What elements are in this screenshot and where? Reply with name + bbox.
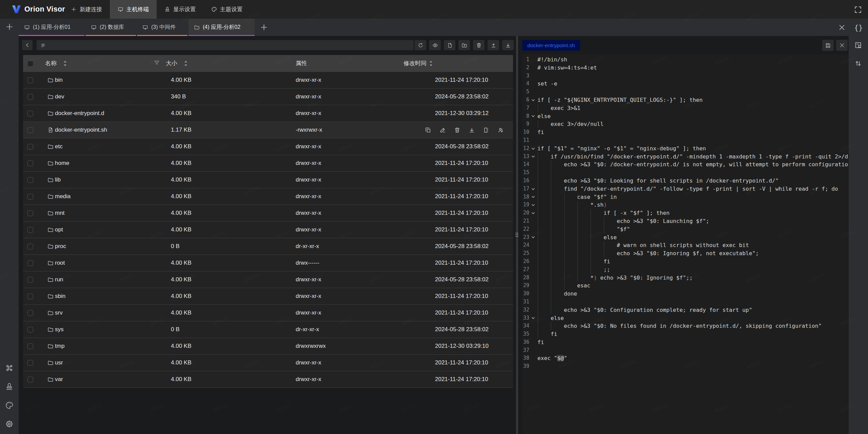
fold-chevron-icon[interactable] — [531, 96, 536, 104]
file-name[interactable]: lib — [55, 172, 61, 188]
file-name[interactable]: docker-entrypoint.sh — [55, 122, 107, 138]
upload-button[interactable] — [488, 40, 499, 50]
file-row-docker-entrypoint.sh[interactable]: docker-entrypoint.sh1.17 KB-rwxrwxr-x — [23, 122, 513, 138]
file-row-dev[interactable]: dev340 Bdrwxr-xr-x2024-05-28 23:58:02 — [23, 89, 513, 105]
select-all-checkbox[interactable] — [28, 61, 33, 66]
row-checkbox[interactable] — [27, 161, 33, 166]
braces-icon[interactable]: {} — [854, 23, 863, 32]
rail-gear-icon[interactable] — [5, 420, 14, 429]
file-name[interactable]: run — [55, 271, 63, 288]
file-name[interactable]: mnt — [55, 205, 64, 221]
file-name[interactable]: dev — [55, 89, 64, 105]
file-row-proc[interactable]: proc0 Bdr-xr-xr-x2024-05-28 23:58:02 — [23, 238, 513, 255]
file-name[interactable]: proc — [55, 238, 66, 254]
fold-chevron-icon[interactable] — [531, 233, 536, 242]
file-row-sys[interactable]: sys0 Bdr-xr-xr-x2024-05-28 23:58:02 — [23, 321, 513, 338]
row-checkbox[interactable] — [27, 227, 33, 233]
menu-item-theme-settings[interactable]: 主题设置 — [203, 0, 250, 19]
file-new-button[interactable] — [444, 40, 455, 50]
fold-chevron-icon[interactable] — [531, 201, 536, 209]
back-button[interactable] — [22, 40, 33, 50]
file-name[interactable]: usr — [55, 355, 63, 371]
row-checkbox[interactable] — [27, 327, 33, 333]
file-name[interactable]: bin — [55, 72, 63, 88]
rail-stamp-icon[interactable] — [5, 382, 14, 391]
terminal-tab-1[interactable]: (1) 应用-分析01 — [19, 19, 84, 36]
save-button[interactable] — [822, 40, 834, 51]
path-input[interactable] — [37, 40, 414, 50]
refresh-button[interactable] — [415, 40, 426, 50]
file-name[interactable]: sbin — [55, 288, 65, 304]
file-name[interactable]: srv — [55, 305, 63, 321]
column-header-2[interactable]: 大小 — [166, 55, 177, 72]
row-action-copy-icon[interactable] — [425, 127, 431, 133]
terminal-tab-3[interactable]: (3) 中间件 — [137, 19, 188, 36]
terminal-tab-4[interactable]: (4) 应用-分析02 — [189, 19, 255, 36]
sort-icon[interactable] — [429, 61, 433, 68]
file-name[interactable]: opt — [55, 222, 63, 238]
row-checkbox[interactable] — [27, 77, 33, 83]
fullscreen-icon[interactable] — [854, 5, 863, 14]
close-all-tabs-icon[interactable] — [838, 23, 846, 32]
column-header-3[interactable]: 属性 — [296, 55, 307, 72]
sort-icon[interactable] — [184, 61, 188, 68]
row-checkbox[interactable] — [27, 210, 33, 216]
row-action-permission-icon[interactable] — [498, 127, 504, 133]
row-checkbox[interactable] — [27, 343, 33, 349]
row-checkbox[interactable] — [27, 127, 33, 133]
file-row-mnt[interactable]: mnt4.00 KBdrwxr-xr-x2021-11-24 17:20:10 — [23, 205, 513, 222]
file-row-var[interactable]: var4.00 KBdrwxr-xr-x2021-11-24 17:20:10 — [23, 371, 513, 388]
file-name[interactable]: media — [55, 188, 71, 205]
add-tab-icon[interactable] — [260, 23, 268, 32]
doc-bookmark-icon[interactable] — [854, 41, 863, 50]
file-row-home[interactable]: home4.00 KBdrwxr-xr-x2021-11-24 17:20:10 — [23, 155, 513, 172]
file-row-root[interactable]: root4.00 KBdrwx------2021-11-24 17:20:10 — [23, 255, 513, 271]
trash-button[interactable] — [473, 40, 485, 50]
file-row-tmp[interactable]: tmp4.00 KBdrwxrwxrwx2021-12-30 03:29:10 — [23, 338, 513, 355]
new-connection-icon[interactable] — [5, 22, 14, 31]
close-editor-button[interactable] — [836, 40, 848, 51]
row-checkbox[interactable] — [27, 360, 33, 366]
fold-chevron-icon[interactable] — [531, 314, 536, 322]
file-row-media[interactable]: media4.00 KBdrwxr-xr-x2021-11-24 17:20:1… — [23, 188, 513, 205]
file-name[interactable]: sys — [55, 321, 64, 338]
row-checkbox[interactable] — [27, 294, 33, 299]
row-action-download-icon[interactable] — [469, 127, 475, 133]
terminal-tab-2[interactable]: (2) 数据库 — [85, 19, 136, 36]
row-checkbox[interactable] — [27, 277, 33, 283]
splitter-handle[interactable] — [516, 233, 518, 240]
file-row-run[interactable]: run4.00 KBdrwxr-xr-x2024-05-28 23:58:02 — [23, 271, 513, 288]
file-name[interactable]: root — [55, 255, 65, 271]
rail-command-icon[interactable] — [5, 364, 14, 373]
fold-chevron-icon[interactable] — [531, 145, 536, 153]
column-header-4[interactable]: 修改时间 — [403, 55, 427, 72]
filter-icon[interactable] — [154, 60, 160, 68]
file-name[interactable]: etc — [55, 138, 63, 155]
menu-item-host-terminal[interactable]: 主机终端 — [110, 0, 157, 19]
file-name[interactable]: docker-entrypoint.d — [55, 105, 104, 121]
file-name[interactable]: tmp — [55, 338, 64, 354]
fold-chevron-icon[interactable] — [531, 185, 536, 193]
sort-icon[interactable] — [63, 61, 67, 68]
file-row-lib[interactable]: lib4.00 KBdrwxr-xr-x2021-11-24 17:20:10 — [23, 172, 513, 188]
row-checkbox[interactable] — [27, 377, 33, 382]
row-checkbox[interactable] — [27, 111, 33, 116]
row-action-move-icon[interactable] — [483, 127, 490, 133]
eye-button[interactable] — [429, 40, 441, 50]
fold-chevron-icon[interactable] — [531, 153, 536, 161]
code-area[interactable]: 1#!/bin/sh2# vim:sw=4:ts=4:et34set -e56i… — [522, 54, 849, 434]
fold-chevron-icon[interactable] — [531, 209, 536, 217]
row-checkbox[interactable] — [27, 177, 33, 183]
download-button[interactable] — [502, 40, 514, 50]
row-action-trash-icon[interactable] — [454, 127, 460, 133]
row-checkbox[interactable] — [27, 144, 33, 150]
row-checkbox[interactable] — [27, 94, 33, 100]
menu-item-display-settings[interactable]: 显示设置 — [157, 0, 203, 19]
sort-updown-icon[interactable] — [854, 59, 863, 68]
file-name[interactable]: var — [55, 371, 63, 388]
row-checkbox[interactable] — [27, 244, 33, 249]
file-name[interactable]: home — [55, 155, 70, 171]
file-row-etc[interactable]: etc4.00 KBdrwxr-xr-x2024-05-28 23:58:02 — [23, 138, 513, 155]
row-checkbox[interactable] — [27, 310, 33, 316]
row-action-edit-icon[interactable] — [439, 127, 446, 133]
